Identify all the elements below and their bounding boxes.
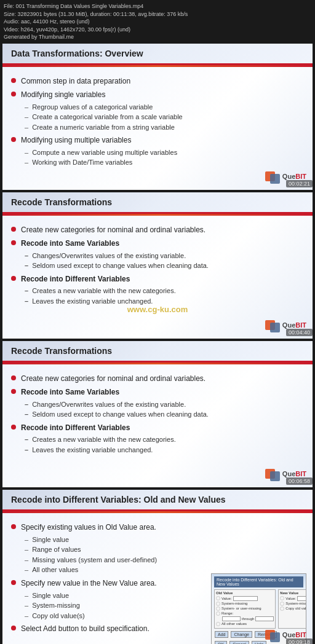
bullet-dot [11, 375, 16, 380]
list-item: –Regroup values of a categorical variabl… [25, 102, 183, 112]
list-item: Specify new value in the New Value area.… [11, 578, 172, 621]
sub-list: –Single value –Range of values –Missing … [25, 535, 157, 575]
bullet-text: Modifying using multiple variables –Comp… [21, 135, 177, 168]
svg-rect-7 [270, 632, 280, 642]
quebit-logo-icon [264, 626, 281, 643]
slide-4-header: Recode into Different Variables: Old and… [2, 490, 313, 511]
bullet-text: Specify existing values in Old Value are… [21, 522, 157, 575]
bullet-text: Recode into Same Variables –Changes/Over… [21, 238, 209, 271]
list-item: –Create a numeric variable from a string… [25, 122, 183, 133]
slide-3-content: Create new categories for nominal and or… [2, 364, 313, 487]
ok-button[interactable]: OK [215, 641, 227, 644]
list-item: –Working with Date/Time variables [25, 157, 177, 168]
bullet-dot [11, 626, 16, 630]
slide-4-content: Specify existing values in Old Value are… [2, 513, 313, 644]
logo-text: QueBIT [282, 173, 306, 180]
quebit-logo-icon [264, 168, 281, 185]
slide-4-wrapper: Recode into Different Variables: Old and… [0, 490, 315, 644]
bullet-text: Specify new value in the New Value area.… [21, 578, 157, 621]
slide-1-bullets: Common step in data preparation Modifyin… [11, 76, 304, 168]
bullet-text: Select Add button to build specification… [21, 624, 150, 634]
slide-4-title: Recode into Different Variables: Old and… [11, 495, 304, 505]
bullet-dot [11, 240, 16, 245]
list-item: –All other values [25, 565, 157, 575]
list-item: –System-missing [25, 600, 157, 611]
bullet-dot [11, 389, 16, 394]
mock-header: Recode into Different Variables: Old and… [214, 576, 303, 587]
sub-list: –Regroup values of a categorical variabl… [25, 102, 183, 133]
slide-4-bullets: Specify existing values in Old Value are… [11, 522, 172, 634]
quebit-logo-icon [264, 316, 281, 334]
list-item: Recode into Same Variables –Changes/Over… [11, 238, 304, 271]
sub-list: –Changes/Overwrites values of the existi… [25, 251, 209, 271]
slide-2-content: Create new categories for nominal and or… [2, 216, 313, 339]
slide-3-header: Recode Transformations [2, 341, 313, 363]
timestamp-2: 00:04:40 [286, 329, 313, 336]
bullet-dot [11, 227, 16, 232]
list-item: –Create a categorical variable from a sc… [25, 112, 183, 122]
file-info-line4: Video: h264, yuv420p, 1462x720, 30.00 fp… [4, 26, 311, 34]
list-item: –Changes/Overwrites values of the existi… [25, 251, 209, 261]
slide-3-title: Recode Transformations [11, 346, 304, 356]
bullet-text: Create new categories for nominal and or… [21, 374, 205, 384]
list-item: –Compute a new variable using multiple v… [25, 147, 177, 158]
cancel-button[interactable]: Cancel [229, 641, 249, 644]
slide-3-bullets: Create new categories for nominal and or… [11, 374, 304, 455]
timestamp-4: 00:09:18 [286, 638, 313, 644]
list-item: Select Add button to build specification… [11, 624, 172, 634]
list-item: Recode into Same Variables –Changes/Over… [11, 387, 304, 420]
file-info-line5: Generated by Thumbnail.me [4, 33, 311, 41]
list-item: –Creates a new variable with the new cat… [25, 286, 176, 296]
bullet-dot [11, 78, 16, 83]
list-item: –Leaves the existing variable unchanged. [25, 296, 176, 307]
bullet-text: Recode into Same Variables –Changes/Over… [21, 387, 209, 420]
bullet-dot [11, 580, 16, 585]
change-button[interactable]: Change [231, 631, 252, 638]
bullet-text: Recode into Different Variables –Creates… [21, 274, 176, 307]
list-item: Recode into Different Variables –Creates… [11, 274, 304, 307]
list-item: Specify existing values in Old Value are… [11, 522, 172, 575]
sub-list: –Compute a new variable using multiple v… [25, 147, 177, 168]
file-info-line1: File: 001 Transforming Data Values Singl… [4, 2, 311, 10]
bullet-text: Recode into Different Variables –Creates… [21, 423, 176, 455]
file-info-line2: Size: 32823901 bytes (31.30 MiB), durati… [4, 10, 311, 18]
list-item: –Seldom used except to change values whe… [25, 409, 209, 420]
list-item: –Creates a new variable with the new cat… [25, 434, 176, 445]
timestamp-3: 00:06:58 [286, 477, 313, 485]
bullet-text: Modifying single variables –Regroup valu… [21, 90, 183, 132]
svg-rect-3 [270, 323, 280, 332]
add-button[interactable]: Add [215, 631, 228, 638]
sub-list: –Creates a new variable with the new cat… [25, 286, 176, 306]
list-item: Modifying single variables –Regroup valu… [11, 90, 304, 132]
list-item: –Missing values (system and user-defined… [25, 555, 157, 565]
list-item: Create new categories for nominal and or… [11, 225, 304, 235]
bullet-dot [11, 137, 16, 142]
logo-text: QueBIT [282, 321, 306, 329]
slide-4: Recode into Different Variables: Old and… [2, 490, 313, 644]
list-item: Modifying using multiple variables –Comp… [11, 135, 304, 168]
bullet-dot [11, 276, 16, 281]
slide-1-content: Common step in data preparation Modifyin… [2, 67, 313, 190]
slide-3: Recode Transformations Create new catego… [2, 341, 313, 487]
list-item: –Changes/Overwrites values of the existi… [25, 399, 209, 410]
logo-text: QueBIT [282, 631, 306, 638]
slide-2-title: Recode Transformations [11, 197, 304, 207]
timestamp-1: 00:02:21 [286, 180, 313, 187]
file-info: File: 001 Transforming Data Values Singl… [0, 0, 315, 44]
list-item: –Copy old value(s) [25, 611, 157, 621]
slide-1: Data Transformations: Overview Common st… [2, 44, 313, 190]
slide-2-bullets: Create new categories for nominal and or… [11, 225, 304, 306]
quebit-logo-icon [264, 465, 281, 482]
sub-list: –Creates a new variable with the new cat… [25, 434, 176, 455]
list-item: –Single value [25, 591, 157, 601]
sub-list: –Single value –System-missing –Copy old … [25, 591, 157, 621]
slide-2-wrapper: Recode Transformations Create new catego… [0, 192, 315, 339]
list-item: –Range of values [25, 544, 157, 555]
file-info-line3: Audio: aac, 44100 Hz, stereo (und) [4, 18, 311, 26]
list-item: Recode into Different Variables –Creates… [11, 423, 304, 455]
list-item: Common step in data preparation [11, 76, 304, 87]
slide-2-header: Recode Transformations [2, 192, 313, 214]
svg-rect-1 [270, 174, 280, 184]
bullet-text: Create new categories for nominal and or… [21, 225, 205, 235]
bullet-dot [11, 92, 16, 96]
